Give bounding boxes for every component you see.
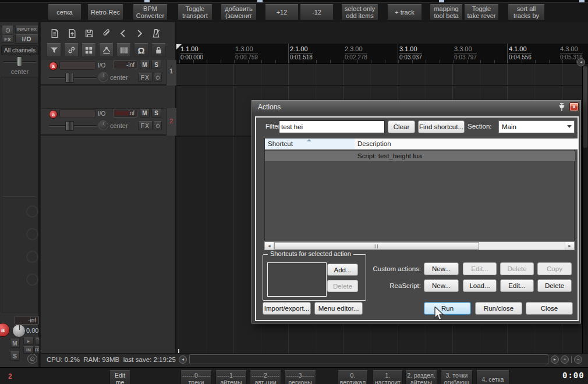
lock-icon[interactable] (151, 43, 166, 57)
close-dialog-button[interactable]: Close (526, 302, 573, 315)
track-io-button[interactable]: I/O (98, 62, 105, 69)
bottom-button-env-points[interactable]: 3. точки огибающ (441, 370, 473, 384)
toolbar-button-toggle-transport[interactable]: Toggle transport (178, 4, 212, 20)
zoom-out-button[interactable]: − (574, 355, 582, 364)
envelope-icon[interactable] (99, 43, 114, 57)
pan-knob[interactable] (98, 72, 108, 82)
master-volume-display[interactable]: -inf (15, 316, 39, 325)
toolbar-button-plus12[interactable]: +12 (265, 4, 299, 20)
reascript-load-button[interactable]: Load... (463, 279, 497, 292)
menu-editor-button[interactable]: Menu editor... (314, 302, 363, 315)
clear-button[interactable]: Clear (388, 120, 415, 133)
fx-button[interactable]: FX (138, 73, 153, 82)
zoom-in-button[interactable]: + (561, 355, 569, 364)
volume-fader-thumb[interactable] (65, 73, 74, 83)
metronome-icon[interactable] (149, 27, 163, 40)
custom-delete-button[interactable]: Delete (500, 262, 534, 275)
mute-button[interactable]: M (140, 61, 150, 69)
shortcuts-listbox[interactable] (267, 262, 327, 297)
scroll-left-button[interactable]: ◂ (179, 355, 187, 364)
horizontal-scrollbar-track[interactable] (189, 354, 548, 364)
dialog-title-bar[interactable] (252, 101, 580, 113)
channel-mode-selector[interactable]: All channels (1, 45, 38, 55)
grid-layout-icon[interactable] (82, 43, 96, 57)
bottom-button-split-items[interactable]: 2. раздел. айтемы (405, 370, 437, 384)
delete-shortcut-button[interactable]: Delete (327, 280, 358, 292)
track-name-field[interactable] (59, 61, 95, 70)
pan-knob[interactable] (98, 120, 108, 130)
custom-edit-button[interactable]: Edit... (463, 262, 497, 275)
filter-input[interactable] (279, 120, 385, 133)
record-arm-button[interactable]: a (49, 62, 58, 70)
reascript-delete-button[interactable]: Delete (537, 279, 572, 292)
scrollbar-right-arrow[interactable]: ► (565, 242, 574, 250)
toolbar-button-bpm-converter[interactable]: BPM Converter (133, 4, 168, 20)
phase-button[interactable]: ∅ (27, 354, 37, 364)
master-mute-button[interactable]: M (10, 339, 20, 348)
run-close-button[interactable]: Run/close (475, 302, 522, 315)
vertical-grid-icon[interactable] (116, 43, 131, 57)
monitor-play-icon[interactable]: ▸ (23, 337, 34, 345)
import-export-button[interactable]: Import/export... (263, 302, 311, 315)
paperclip-icon[interactable] (100, 27, 113, 40)
solo-button[interactable]: S (151, 109, 161, 118)
action-row-selected[interactable]: Script: test_height.lua (265, 151, 575, 161)
track-io-button[interactable]: I/O (98, 111, 105, 117)
run-button[interactable]: Run (424, 302, 471, 315)
custom-copy-button[interactable]: Copy (537, 262, 572, 275)
toolbar-button-mapping-tool[interactable]: mapping tool beta (430, 4, 463, 20)
volume-fader-thumb[interactable] (65, 121, 74, 131)
section-dropdown[interactable]: Main (498, 120, 575, 133)
dialog-close-button[interactable]: x (569, 102, 579, 111)
master-solo-button[interactable]: S (10, 351, 20, 361)
reascript-new-button[interactable]: New... (424, 279, 459, 292)
solo-button[interactable]: S (151, 61, 161, 69)
master-io-button[interactable]: I/O (15, 34, 38, 44)
fx-power-button[interactable] (154, 73, 162, 82)
envelope-small-icon[interactable]: ⌒ (35, 337, 40, 345)
mute-button[interactable]: M (140, 109, 150, 118)
record-arm-button[interactable]: a (49, 110, 58, 119)
master-fx-button[interactable]: FX (2, 35, 13, 43)
find-shortcut-button[interactable]: Find shortcut... (418, 120, 465, 133)
toolbar-button-minus12[interactable]: -12 (300, 4, 334, 20)
master-input-fx-button[interactable]: INPUT FX (15, 26, 38, 33)
scrollbar-left-arrow[interactable]: ◄ (265, 242, 274, 250)
bottom-button-automation[interactable]: ------2------ авт-ции (250, 370, 281, 384)
snap-magnet-icon[interactable]: Ω (134, 43, 148, 57)
master-input-monitor-button[interactable]: IN (23, 346, 34, 354)
scroll-up-circle-button[interactable]: ◂ (577, 58, 585, 66)
redo-icon[interactable] (133, 27, 145, 40)
edit-me-button[interactable]: Edit me (109, 370, 130, 384)
track-volume-display[interactable]: -inf (113, 61, 137, 69)
scrollbar-thumb[interactable] (274, 242, 479, 250)
master-power-button[interactable] (2, 26, 13, 34)
custom-new-button[interactable]: New... (424, 262, 459, 275)
toolbar-button-toggle-take[interactable]: Toggle take rever (464, 4, 499, 20)
toolbar-button-select-odd[interactable]: select only odd items (341, 4, 378, 20)
pin-icon[interactable] (558, 102, 566, 112)
fx-button[interactable]: FX (138, 121, 153, 130)
master-pan-knob[interactable] (12, 324, 26, 337)
bottom-button-regions[interactable]: ------3------ регионы (284, 370, 316, 384)
column-header-description[interactable]: Description (355, 138, 578, 150)
vertical-scrollbar-thumb[interactable] (583, 66, 587, 148)
toolbar-button-retro-rec[interactable]: Retro-Rec (87, 4, 123, 20)
fx-power-button[interactable] (154, 121, 162, 130)
link-icon[interactable] (64, 43, 79, 57)
save-project-icon[interactable] (83, 27, 95, 40)
toolbar-button-grid[interactable]: сетка (48, 4, 82, 20)
add-shortcut-button[interactable]: Add... (327, 264, 358, 276)
action-list[interactable]: Shortcut Description Script: test_height… (264, 138, 575, 241)
master-trim-button[interactable]: TR (34, 346, 40, 354)
new-project-icon[interactable] (48, 27, 61, 40)
master-pan-slider-thumb[interactable] (17, 56, 22, 66)
bottom-button-vertical[interactable]: 0. вертикал (338, 370, 368, 384)
reascript-edit-button[interactable]: Edit... (500, 279, 534, 292)
toolbar-button-add-track[interactable]: + track (387, 4, 422, 20)
mouse-modifier-icon[interactable] (47, 43, 61, 57)
toolbar-button-add-replace[interactable]: добавить (заменит (221, 4, 257, 20)
track-name-field[interactable] (59, 109, 95, 118)
open-project-icon[interactable] (65, 27, 78, 40)
bottom-button-setup[interactable]: 1. настроит (373, 370, 403, 384)
